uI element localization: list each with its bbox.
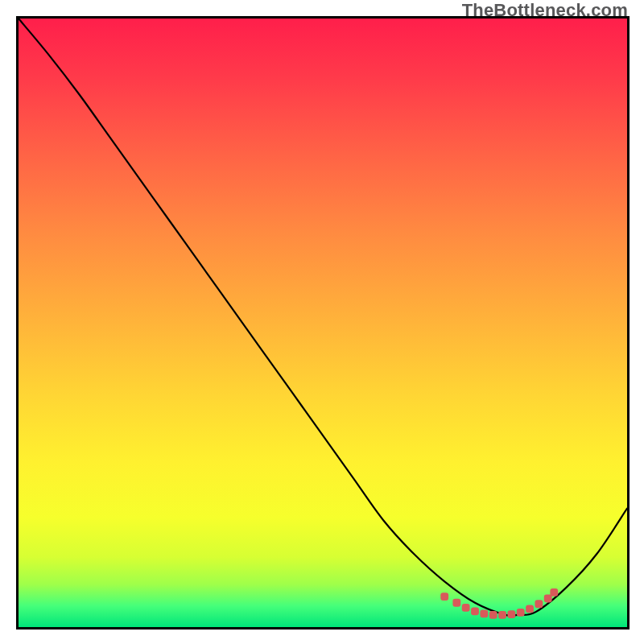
marker-dot — [535, 600, 543, 608]
chart-svg — [19, 19, 627, 627]
marker-dot — [480, 609, 488, 617]
marker-dot — [489, 611, 497, 619]
marker-dot — [517, 609, 525, 617]
marker-dot — [526, 605, 534, 613]
marker-dot — [452, 599, 460, 607]
marker-dot — [498, 611, 506, 619]
marker-dot — [440, 592, 448, 601]
main-curve — [19, 19, 627, 616]
marker-dot — [544, 595, 552, 603]
marker-dot — [550, 588, 558, 597]
plot-area — [16, 16, 630, 630]
marker-dot — [471, 607, 479, 615]
marker-dot — [507, 610, 515, 618]
marker-dot — [462, 604, 470, 612]
chart-frame: TheBottleneck.com — [0, 0, 644, 644]
